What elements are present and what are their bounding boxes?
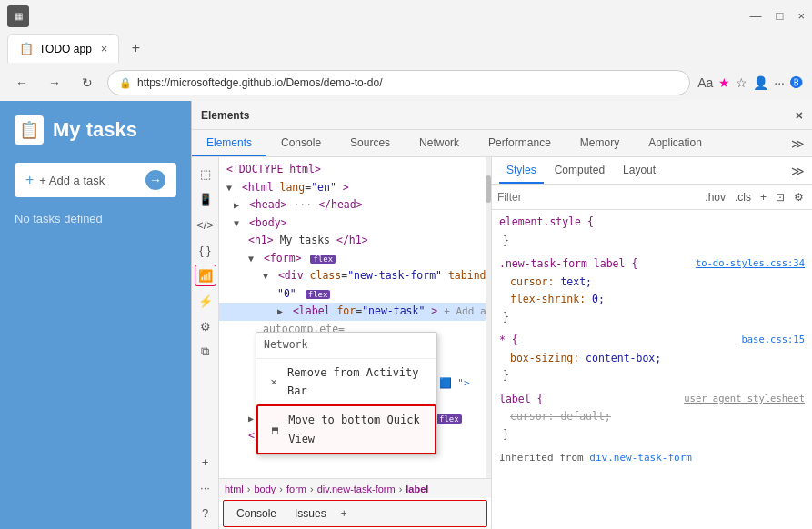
tab-application[interactable]: Application (634, 130, 717, 156)
tab-bar: 📋 TODO app × + (0, 32, 812, 65)
performance-icon[interactable]: ⚡ (195, 290, 216, 312)
scrollbar-thumb[interactable] (486, 175, 491, 203)
computed-tab[interactable]: Computed (547, 157, 612, 184)
read-aloud-icon[interactable]: Aa (697, 75, 713, 90)
html-head-line: ▶ <head> ··· </head> (219, 196, 491, 215)
html-div2-line: "0" flex (219, 285, 491, 304)
url-text: https://microsoftedge.github.io/Demos/de… (137, 76, 382, 89)
new-tab-button[interactable]: + (123, 35, 148, 61)
more-options-icon[interactable]: ··· (195, 476, 216, 498)
edge-icon[interactable]: 🅑 (790, 75, 803, 90)
move-to-bottom-quick-view-item[interactable]: ⬒ Move to bottom Quick View (256, 404, 436, 454)
devtools-body: ⬚ 📱 </> { } 📶 ⚡ ⚙ ⧉ + ··· ? (192, 157, 812, 529)
more-style-tabs[interactable]: ≫ (791, 164, 805, 178)
source-icon[interactable]: { } (195, 239, 216, 261)
styles-panel: Styles Computed Layout ≫ :hov .cls + ⊡ ⚙ (492, 157, 812, 529)
layers-icon[interactable]: ⧉ (195, 341, 216, 363)
back-button[interactable]: ← (9, 70, 35, 95)
computed-style-icon[interactable]: ⊡ (773, 190, 787, 205)
browser-tab-active[interactable]: 📋 TODO app × (7, 34, 119, 63)
icon-bar-bottom: + ··· ? (195, 451, 216, 529)
settings-gear-icon[interactable]: ⚙ (195, 315, 216, 337)
devtools-toolbar: Elements × (192, 101, 812, 130)
maximize-btn[interactable]: □ (777, 9, 784, 23)
html-h1-line: <h1> My tasks </h1> (219, 232, 491, 250)
styles-content: element.style { } .new-task-form label {… (492, 210, 812, 529)
device-icon[interactable]: 📱 (195, 188, 216, 210)
context-menu-section: Network (256, 333, 436, 359)
tab-console[interactable]: Console (266, 130, 336, 156)
html-form-line: ▼ <form> flex (219, 250, 491, 268)
breadcrumb-body[interactable]: body (254, 484, 276, 494)
add-style-icon[interactable]: + (757, 190, 769, 205)
network-icon[interactable]: 📶 (195, 264, 216, 286)
tab-close[interactable]: × (101, 42, 108, 55)
inherited-label: Inherited from div.new-task-form (499, 450, 805, 467)
add-task-button[interactable]: + + Add a task → (15, 163, 176, 197)
layout-tab[interactable]: Layout (616, 157, 663, 184)
context-menu: Network ✕ Remove from Activity Bar ⬒ Mov… (256, 332, 437, 455)
tab-network[interactable]: Network (405, 130, 474, 156)
address-input[interactable]: 🔒 https://microsoftedge.github.io/Demos/… (107, 70, 690, 95)
tab-elements[interactable]: Elements (192, 130, 266, 156)
hov-toggle[interactable]: :hov (702, 190, 728, 205)
tab-sources[interactable]: Sources (336, 130, 405, 156)
filter-bar: :hov .cls + ⊡ ⚙ (492, 185, 812, 210)
browser-icon: ▦ (7, 5, 29, 27)
devtools-icon-bar: ⬚ 📱 </> { } 📶 ⚡ ⚙ ⧉ + ··· ? (192, 157, 219, 529)
add-panel-button[interactable]: + (341, 507, 347, 520)
cls-toggle[interactable]: .cls (732, 190, 754, 205)
more-tabs-button[interactable]: ≫ (791, 136, 812, 151)
elements-scrollbar[interactable] (486, 157, 491, 478)
app-logo: 📋 My tasks (15, 115, 176, 145)
style-rule-element: element.style { } (499, 214, 805, 250)
tab-memory[interactable]: Memory (566, 130, 634, 156)
style-rule-label: label { user agent stylesheet cursor: de… (499, 391, 805, 444)
style-rule-star: * { base.css:15 box-sizing: content-box;… (499, 332, 805, 385)
html-icon[interactable]: </> (195, 214, 216, 235)
move-icon: ⬒ (269, 423, 281, 437)
forward-button[interactable]: → (42, 70, 67, 95)
html-doctype-line: <!DOCTYPE html> (219, 161, 491, 179)
help-icon[interactable]: ? (195, 502, 216, 524)
html-root-line: ▼ <html lang="en" > (219, 179, 491, 197)
bottom-bar: Console Issues + (223, 500, 487, 527)
style-link-base[interactable]: base.css:15 (741, 332, 805, 348)
breadcrumb-div[interactable]: div.new-task-form (317, 484, 396, 494)
favorites-icon[interactable]: ★ (718, 75, 730, 90)
breadcrumb-form[interactable]: form (286, 484, 306, 494)
breadcrumb-html[interactable]: html (225, 484, 244, 494)
add-task-arrow-icon: → (145, 170, 165, 190)
settings-style-icon[interactable]: ⚙ (791, 190, 807, 205)
title-bar: ▦ — □ × (0, 0, 812, 32)
style-link-todo[interactable]: to-do-styles.css:34 (696, 255, 805, 272)
profile-icon[interactable]: 👤 (753, 75, 768, 90)
inspect-icon[interactable]: ⬚ (195, 163, 216, 185)
html-label-line[interactable]: ▶ <label for="new-task" > + Add a task (219, 303, 491, 321)
address-bar: ← → ↻ 🔒 https://microsoftedge.github.io/… (0, 65, 812, 101)
close-btn[interactable]: × (797, 9, 805, 23)
style-link-agent[interactable]: user agent stylesheet (684, 391, 805, 407)
styles-tab[interactable]: Styles (499, 157, 544, 184)
console-tab[interactable]: Console (233, 505, 280, 522)
devtools-close-button[interactable]: × (796, 108, 803, 123)
inherited-source[interactable]: div.new-task-form (589, 452, 692, 464)
add-panel-icon[interactable]: + (195, 451, 216, 473)
remove-from-activity-bar-item[interactable]: ✕ Remove from Activity Bar (256, 359, 436, 405)
issues-tab[interactable]: Issues (291, 505, 330, 522)
elements-content[interactable]: <!DOCTYPE html> ▼ <html lang="en" > ▶ <h… (219, 157, 491, 478)
settings-icon[interactable]: ··· (774, 75, 785, 90)
remove-icon: ✕ (267, 374, 280, 389)
tab-performance[interactable]: Performance (474, 130, 566, 156)
collections-icon[interactable]: ☆ (736, 75, 747, 90)
app-logo-icon: 📋 (15, 115, 44, 145)
refresh-button[interactable]: ↻ (75, 70, 100, 95)
breadcrumb-bar: html › body › form › div.new-task-form ›… (219, 478, 491, 498)
minimize-btn[interactable]: — (750, 9, 762, 23)
filter-icons: :hov .cls + ⊡ ⚙ (702, 190, 807, 205)
html-div-line: ▼ <div class="new-task-form" tabindex= (219, 267, 491, 285)
breadcrumb-label[interactable]: label (406, 484, 428, 494)
styles-filter-input[interactable] (497, 191, 698, 204)
devtools-panel-title: Elements (201, 109, 249, 122)
main-content: 📋 My tasks + + Add a task → No tasks def… (0, 101, 812, 529)
